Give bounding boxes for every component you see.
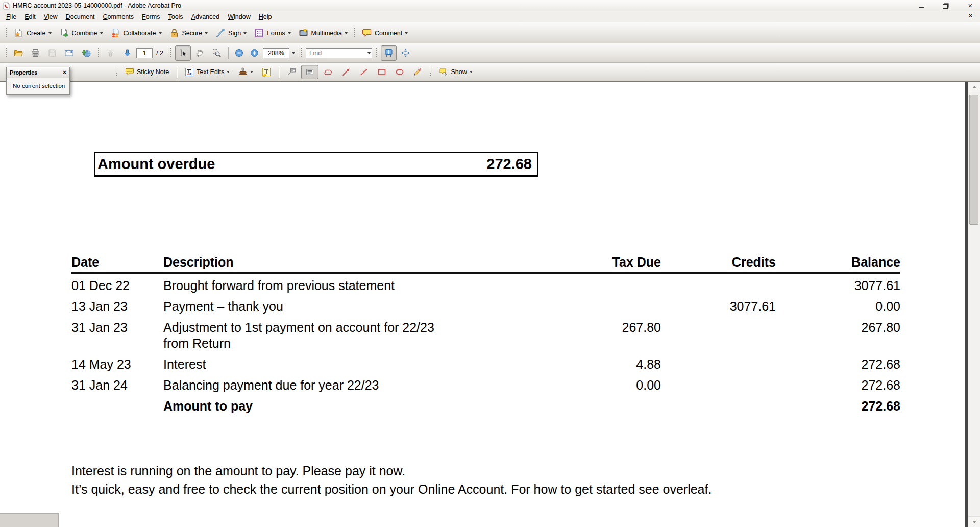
arrow-icon [341,67,351,77]
menu-forms[interactable]: Forms [138,12,164,21]
toolbar-grip[interactable] [6,28,7,38]
zoom-in-button[interactable] [248,45,262,61]
chevron-down-icon [159,32,162,34]
next-page-button[interactable] [119,45,135,61]
cell-balance: 267.80 [776,320,900,351]
text-edits-button[interactable]: Text Edits [181,65,233,79]
comment-button[interactable]: Comment [358,26,411,40]
secure-lock-icon [169,28,180,38]
toolbar-grip[interactable] [354,28,355,38]
email-button[interactable] [61,45,77,61]
scroll-mode-button[interactable] [381,45,397,61]
cell-balance: 272.68 [776,398,900,414]
page-number-input[interactable] [136,48,153,58]
text-box-tool-button[interactable] [301,65,318,79]
cell-description: Payment – thank you [163,299,564,315]
menu-document[interactable]: Document [62,12,99,21]
scroll-down-button[interactable] [968,516,980,527]
menu-file[interactable]: File [2,12,20,21]
previous-page-button[interactable] [103,45,118,61]
properties-panel-header[interactable]: Properties × [7,67,69,78]
scroll-up-button[interactable] [968,82,980,92]
menu-help[interactable]: Help [255,12,276,21]
callout-tool-button[interactable] [283,65,300,79]
arrow-tool-button[interactable] [338,65,354,79]
secure-button[interactable]: Secure [165,26,212,40]
toolbar-grip[interactable] [116,67,117,77]
scrollbar-thumb[interactable] [969,95,978,225]
chevron-down-icon [205,32,208,34]
menu-window[interactable]: Window [224,12,254,21]
zoom-level-box[interactable]: 208% [263,48,289,58]
close-button[interactable]: × [967,2,974,9]
cell-credits [661,377,776,393]
select-tool-button[interactable] [175,45,191,61]
zoom-level-dropdown[interactable] [290,48,297,58]
multimedia-button[interactable]: Multimedia [295,26,351,40]
save-button[interactable] [44,45,60,61]
close-document-button[interactable]: × [969,12,972,19]
restore-button[interactable] [942,2,949,9]
menu-advanced[interactable]: Advanced [187,12,224,21]
open-button[interactable] [11,45,27,61]
toolbar-grip[interactable] [376,48,377,58]
stamp-button[interactable] [235,65,257,79]
menu-view[interactable]: View [40,12,62,21]
vertical-scrollbar[interactable] [968,82,980,527]
sticky-note-button[interactable]: Sticky Note [121,65,173,79]
amount-overdue-label: Amount overdue [97,156,215,173]
forms-icon [254,28,264,38]
print-button[interactable] [28,45,43,61]
cell-credits [661,278,776,294]
collaborate-button[interactable]: Collaborate [107,26,165,40]
menu-comments[interactable]: Comments [99,12,138,21]
panel-grip[interactable] [9,82,11,90]
sign-pen-icon [215,28,226,38]
rectangle-tool-button[interactable] [374,65,390,79]
highlight-text-button[interactable] [258,65,275,79]
open-folder-icon [14,48,23,58]
toolbar-grip[interactable] [170,48,172,58]
cell-description: Adjustment to 1st payment on account for… [163,320,564,351]
chevron-down-icon [288,32,291,34]
show-comments-button[interactable]: Show [435,65,476,79]
toolbar-grip[interactable] [97,48,99,58]
minimize-button[interactable] [918,2,925,9]
chevron-down-icon [292,52,295,54]
zoom-marquee-button[interactable] [209,45,225,61]
properties-close-icon[interactable]: × [63,70,66,75]
find-input[interactable] [308,49,368,57]
secure-label: Secure [182,30,203,37]
chevron-down-icon[interactable] [368,52,371,54]
toolbar-grip[interactable] [430,67,431,77]
oval-tool-button[interactable] [391,65,408,79]
zoom-out-button[interactable] [232,45,247,61]
chevron-down-icon [227,71,230,73]
amount-overdue-box: Amount overdue 272.68 [94,152,538,177]
menu-tools[interactable]: Tools [164,12,187,21]
cell-credits: 3077.61 [661,299,776,315]
zoom-level-value: 208% [268,50,284,57]
cell-description-line2: from Return [163,336,564,351]
menu-bar: File Edit View Document Comments Forms T… [0,11,980,22]
hand-tool-button[interactable] [192,45,208,61]
comment-toolbar: Sticky Note Text Edits Show [0,63,980,82]
full-screen-button[interactable] [398,45,413,61]
toolbar-grip[interactable] [301,48,302,58]
sign-button[interactable]: Sign [211,26,250,40]
cell-balance: 3077.61 [776,278,900,294]
line-tool-button[interactable] [356,65,372,79]
cell-date: 31 Jan 24 [71,377,163,393]
combine-button[interactable]: Combine [55,26,107,40]
pencil-tool-button[interactable] [409,65,426,79]
menu-edit[interactable]: Edit [20,12,40,21]
upload-button[interactable] [78,45,94,61]
comment-label: Comment [375,30,402,37]
line-icon [359,67,369,77]
cloud-tool-button[interactable] [320,65,336,79]
toolbar-grip[interactable] [6,48,7,58]
previous-page-icon [106,48,115,58]
forms-button[interactable]: Forms [250,26,294,40]
create-button[interactable]: Create [10,26,55,40]
cell-description: Interest [163,356,564,372]
